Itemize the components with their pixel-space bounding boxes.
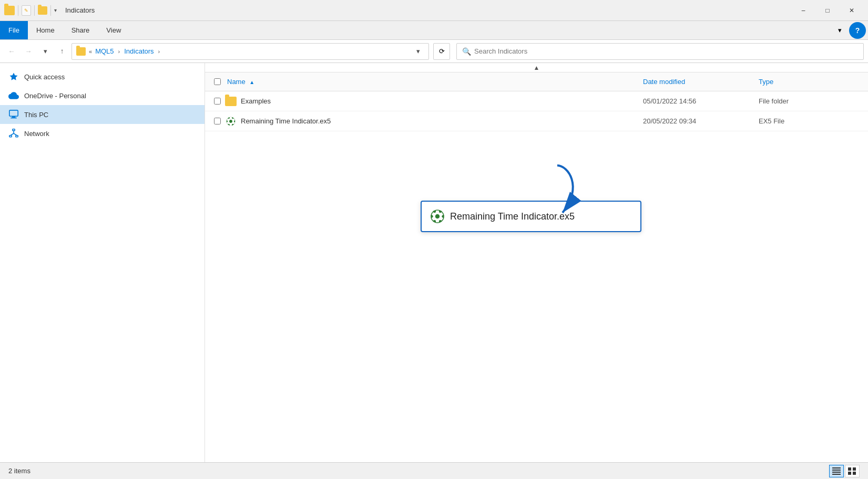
callout-file-icon [430, 209, 445, 224]
status-item-count: 2 items [8, 467, 30, 475]
network-icon [8, 128, 19, 139]
breadcrumb-mql5[interactable]: MQL5 [95, 47, 114, 55]
large-icons-view-icon [848, 467, 856, 475]
help-icon: ? [855, 26, 860, 35]
checkbox-all[interactable] [214, 78, 221, 85]
ribbon-tab-file[interactable]: File [0, 21, 28, 39]
file-date: 05/01/2022 14:56 [643, 97, 759, 105]
column-name[interactable]: Name ▲ [225, 78, 643, 86]
svg-rect-3 [13, 129, 15, 131]
refresh-icon: ⟳ [439, 47, 445, 55]
address-dropdown-button[interactable]: ▾ [412, 45, 424, 58]
large-icons-view-button[interactable] [845, 465, 860, 477]
help-button[interactable]: ? [849, 22, 866, 39]
search-box[interactable]: 🔍 [456, 43, 864, 60]
breadcrumb-arrow-1: › [118, 48, 120, 55]
svg-rect-5 [16, 136, 18, 137]
svg-rect-14 [832, 472, 841, 473]
svg-rect-17 [853, 467, 856, 471]
recent-locations-button[interactable]: ▾ [38, 44, 53, 59]
title-bar-divider3 [50, 5, 51, 16]
minimize-button[interactable]: – [791, 2, 815, 19]
column-type[interactable]: Type [759, 78, 864, 86]
sidebar-item-onedrive[interactable]: OneDrive - Personal [0, 86, 205, 105]
maximize-button[interactable]: □ [815, 2, 840, 19]
svg-rect-1 [12, 116, 16, 117]
svg-rect-12 [832, 467, 841, 468]
row-checkbox[interactable] [209, 98, 225, 105]
column-date[interactable]: Date modified [643, 78, 759, 86]
nav-bar: ← → ▾ ↑ « MQL5 › Indicators › ▾ ⟳ 🔍 [0, 40, 868, 63]
title-bar-controls: – □ ✕ [791, 2, 864, 19]
sidebar-item-label: OneDrive - Personal [24, 92, 86, 100]
select-all-checkbox[interactable] [209, 78, 225, 85]
breadcrumb-arrow-2: › [158, 48, 160, 55]
ribbon-tab-home[interactable]: Home [28, 21, 63, 39]
callout-file-name: Remaining Time Indicator.ex5 [450, 211, 575, 222]
ribbon-expand-button[interactable]: ▾ [833, 21, 847, 39]
details-view-icon [832, 467, 841, 475]
ribbon-tab-view[interactable]: View [98, 21, 129, 39]
sidebar-item-label: This PC [24, 111, 48, 119]
monitor-icon [8, 109, 19, 120]
table-row[interactable]: Remaining Time Indicator.ex5 20/05/2022 … [205, 111, 868, 131]
checkbox-row[interactable] [214, 98, 221, 105]
ribbon: File Home Share View ▾ ? [0, 21, 868, 40]
search-input[interactable] [474, 47, 858, 55]
refresh-button[interactable]: ⟳ [433, 43, 450, 60]
star-icon [8, 71, 19, 82]
breadcrumb-separator-1: « [89, 48, 92, 55]
sidebar-item-quick-access[interactable]: Quick access [0, 67, 205, 86]
ribbon-tab-share[interactable]: Share [63, 21, 98, 39]
title-bar-divider2 [34, 5, 35, 16]
row-checkbox[interactable] [209, 118, 225, 124]
folder-icon-yellow [4, 6, 15, 15]
file-name: Examples [241, 97, 643, 105]
svg-rect-0 [9, 110, 18, 116]
svg-rect-15 [832, 474, 841, 475]
back-icon: ← [8, 47, 15, 55]
file-name: Remaining Time Indicator.ex5 [241, 117, 643, 125]
file-list: ▲ Name ▲ Date modified Type [205, 63, 868, 462]
sidebar-item-this-pc[interactable]: This PC [0, 105, 205, 124]
chevron-down-icon: ▾ [838, 26, 842, 34]
up-button[interactable]: ↑ [55, 44, 69, 59]
svg-rect-18 [848, 472, 851, 475]
callout-box: Remaining Time Indicator.ex5 [421, 201, 641, 232]
sort-arrow: ▲ [205, 63, 868, 72]
svg-rect-4 [9, 136, 12, 137]
close-button[interactable]: ✕ [840, 2, 864, 19]
chevron-down-icon: ▾ [44, 47, 47, 55]
title-bar-icons: ✎ ▾ [4, 5, 57, 16]
details-view-button[interactable] [829, 465, 844, 477]
file-date: 20/05/2022 09:34 [643, 117, 759, 125]
sidebar-item-label: Network [24, 130, 49, 138]
doc-icon: ✎ [22, 5, 31, 16]
folder-icon-small [38, 6, 47, 15]
svg-rect-16 [848, 467, 851, 471]
cloud-icon [8, 90, 19, 101]
back-button[interactable]: ← [4, 44, 19, 59]
table-row[interactable]: Examples 05/01/2022 14:56 File folder [205, 91, 868, 111]
content-area: Quick access OneDrive - Personal This PC… [0, 63, 868, 462]
title-bar: ✎ ▾ Indicators – □ ✕ [0, 0, 868, 21]
breadcrumb-indicators[interactable]: Indicators [124, 47, 154, 55]
search-icon: 🔍 [462, 47, 471, 56]
svg-rect-13 [832, 470, 841, 471]
forward-icon: → [25, 47, 32, 55]
forward-button[interactable]: → [21, 44, 36, 59]
title-bar-divider [18, 5, 18, 16]
svg-rect-2 [11, 118, 16, 119]
folder-icon [225, 97, 237, 106]
file-list-header: Name ▲ Date modified Type [205, 72, 868, 91]
folder-icon-address [76, 47, 86, 56]
status-bar: 2 items [0, 462, 868, 479]
svg-line-8 [14, 133, 17, 136]
sort-icon: ▲ [249, 79, 254, 85]
sidebar-item-network[interactable]: Network [0, 124, 205, 143]
sidebar-item-label: Quick access [24, 73, 65, 81]
checkbox-row[interactable] [214, 118, 221, 124]
svg-line-7 [11, 133, 14, 136]
address-bar[interactable]: « MQL5 › Indicators › ▾ [72, 43, 429, 60]
ex5-file-icon [225, 116, 237, 127]
